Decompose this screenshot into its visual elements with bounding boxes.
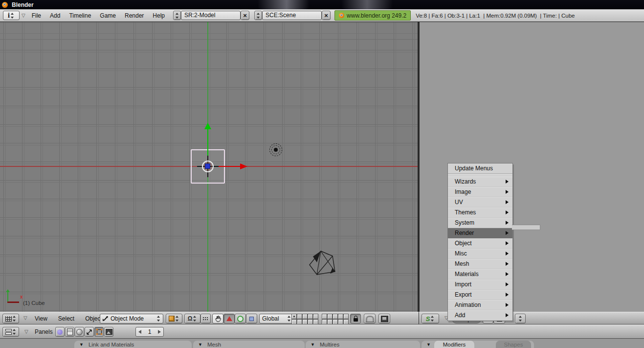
editor-type-button-scripts[interactable]: S [422, 314, 439, 324]
lock-layers-button[interactable] [350, 314, 361, 324]
layer-buttons-group-2[interactable] [322, 314, 349, 325]
scale-manipulator-button[interactable] [246, 314, 257, 324]
frame-increment-icon[interactable] [158, 330, 161, 334]
panel-collapse-icon[interactable]: ▼ [426, 342, 431, 347]
editor-type-button-info[interactable]: i [3, 11, 20, 20]
menu-item-render[interactable]: Render [448, 228, 512, 238]
object-context-button[interactable] [85, 327, 94, 337]
script-context-button[interactable] [65, 327, 74, 337]
editor-type-stepper[interactable] [10, 12, 15, 19]
layer-cell[interactable] [343, 314, 349, 319]
tab-shapes[interactable]: Shapes [496, 341, 531, 348]
layer-cell[interactable] [308, 314, 313, 319]
menubar-menu-add[interactable]: Add [45, 12, 65, 19]
collapse-triangle-icon[interactable]: ▽ [24, 329, 28, 334]
frame-number-field[interactable]: 1 [135, 327, 164, 337]
tab-modifiers[interactable]: Modifiers [434, 341, 474, 348]
manipulator-green-arrowhead[interactable] [204, 123, 211, 129]
layer-cell[interactable] [327, 319, 333, 325]
layer-cell[interactable] [313, 319, 318, 325]
frame-decrement-icon[interactable] [138, 330, 141, 334]
collapse-triangle-icon[interactable]: ▽ [23, 315, 27, 321]
manipulator-toggle-button[interactable] [212, 314, 223, 324]
screen-close-button[interactable]: × [241, 11, 249, 20]
panel-collapse-icon[interactable]: ▼ [311, 342, 315, 347]
layer-cell[interactable] [327, 314, 333, 319]
menu-item-materials[interactable]: Materials [448, 269, 512, 279]
menu-item-themes[interactable]: Themes [448, 208, 512, 218]
layer-cell[interactable] [308, 319, 313, 325]
scripts-stepper-button[interactable] [515, 314, 526, 324]
orientation-stepper[interactable] [287, 315, 291, 322]
layer-cell[interactable] [322, 319, 327, 325]
layer-cell[interactable] [302, 314, 308, 319]
menu-item-export[interactable]: Export [448, 290, 512, 300]
layer-cell[interactable] [333, 319, 338, 325]
scene-context-button[interactable] [104, 327, 113, 337]
menu-item-image[interactable]: Image [448, 187, 512, 197]
panel-collapse-icon[interactable]: ▼ [198, 342, 202, 347]
layer-cell[interactable] [297, 314, 302, 319]
editing-context-button[interactable] [94, 327, 104, 337]
layer-cell[interactable] [343, 319, 349, 325]
layer-cell[interactable] [291, 319, 297, 325]
layer-cell[interactable] [302, 319, 308, 325]
mode-selector-stepper[interactable] [156, 315, 161, 322]
screen-stepper-button[interactable] [173, 11, 181, 20]
menu-item-update-menus[interactable]: Update Menus [448, 163, 512, 173]
screen-selector-field[interactable]: SR:2-Model [181, 11, 241, 20]
snap-button[interactable] [364, 314, 376, 324]
shading-context-button[interactable] [75, 327, 84, 337]
layer-buttons-group-1[interactable] [291, 314, 318, 325]
menu-item-object[interactable]: Object [448, 238, 512, 249]
menu-item-mesh[interactable]: Mesh [448, 259, 512, 269]
layer-cell[interactable] [313, 314, 318, 319]
menu-item-add[interactable]: Add [448, 310, 512, 321]
editor-type-stepper[interactable] [430, 315, 435, 322]
panel-link-and-materials[interactable]: ▼ Link and Materials [74, 341, 192, 348]
logic-context-button[interactable] [55, 327, 65, 337]
panel-collapse-icon[interactable]: ▼ [79, 342, 84, 347]
layer-cell[interactable] [291, 314, 297, 319]
menu-item-animation[interactable]: Animation [448, 300, 512, 310]
layer-cell[interactable] [333, 314, 338, 319]
panel-multires[interactable]: ▼ Multires [306, 341, 420, 348]
collapse-triangle-icon[interactable]: ▽ [22, 13, 25, 18]
move-centers-only-button[interactable] [200, 314, 211, 324]
scene-close-button[interactable]: × [322, 11, 331, 20]
draw-type-button[interactable] [166, 314, 182, 324]
menubar-menu-help[interactable]: Help [148, 12, 169, 19]
rotate-manipulator-button[interactable] [235, 314, 246, 324]
viewport-menu-view[interactable]: View [29, 315, 53, 322]
translate-manipulator-button[interactable] [223, 314, 235, 324]
menu-item-uv[interactable]: UV [448, 197, 512, 208]
3d-viewport[interactable]: x (1) Cube [0, 22, 419, 312]
scene-selector-field[interactable]: SCE:Scene [262, 11, 322, 20]
lamp-object[interactable] [269, 143, 282, 156]
scene-stepper-button[interactable] [254, 11, 262, 20]
menu-item-import[interactable]: Import [448, 279, 512, 290]
layer-cell[interactable] [297, 319, 302, 325]
menubar-menu-game[interactable]: Game [95, 12, 120, 19]
layer-cell[interactable] [338, 314, 343, 319]
editor-type-button-3dview[interactable] [2, 314, 19, 324]
draw-type-stepper[interactable] [175, 315, 179, 322]
menu-item-wizards[interactable]: Wizards [448, 177, 512, 187]
editor-type-stepper[interactable] [12, 328, 17, 335]
layer-cell[interactable] [338, 319, 343, 325]
title-bar[interactable]: Blender [0, 0, 644, 9]
menu-item-system[interactable]: System [448, 218, 512, 228]
render-preview-button[interactable] [378, 314, 390, 324]
menu-item-misc[interactable]: Misc [448, 249, 512, 259]
layer-cell[interactable] [322, 314, 327, 319]
menubar-menu-file[interactable]: File [27, 12, 45, 19]
version-badge[interactable]: www.blender.org 249.2 [334, 10, 411, 21]
editor-type-stepper[interactable] [12, 315, 17, 322]
manipulator-red-arrowhead[interactable] [240, 163, 247, 169]
panel-mesh[interactable]: ▼ Mesh [193, 341, 305, 348]
pivot-point-button[interactable]: Ω [184, 314, 200, 324]
menubar-menu-timeline[interactable]: Timeline [65, 12, 95, 19]
menubar-menu-render[interactable]: Render [120, 12, 148, 19]
camera-object[interactable] [307, 250, 337, 277]
editor-type-button-buttons[interactable] [2, 327, 19, 337]
